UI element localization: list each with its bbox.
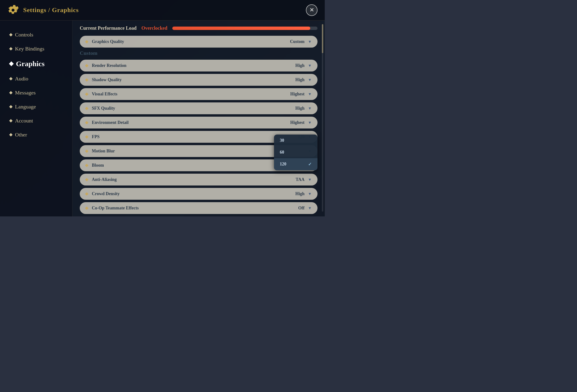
diamond-icon [9,133,13,136]
coop-teammate-effects-row[interactable]: Co-Op Teammate Effects Off ▼ [80,202,318,214]
chevron-down-icon: ▼ [308,121,312,125]
row-diamond-icon [85,106,88,110]
graphics-quality-label: Graphics Quality [92,39,290,44]
crowd-density-row[interactable]: Crowd Density High ▼ [80,188,318,200]
chevron-down-icon: ▼ [308,178,312,182]
settings-modal: Settings / Graphics ✕ Controls Key Bindi… [0,0,325,216]
chevron-down-icon: ▼ [308,206,312,210]
performance-fill [172,27,310,30]
performance-track [172,27,318,30]
anti-aliasing-row[interactable]: Anti-Aliasing TAA ▼ [80,174,318,186]
row-diamond-icon [85,121,88,124]
sidebar-item-key-bindings[interactable]: Key Bindings [0,42,72,56]
environment-detail-label: Environment Detail [92,120,290,125]
anti-aliasing-label: Anti-Aliasing [92,177,295,182]
coop-effects-value: Off [298,205,304,211]
diamond-icon [9,77,13,80]
fps-option-30[interactable]: 30 [274,134,318,146]
render-resolution-row[interactable]: Render Resolution High ▼ [80,60,318,71]
diamond-icon [9,33,13,36]
fps-row[interactable]: FPS 120 ▼ 30 60 120 ✓ [80,131,318,143]
diamond-icon [9,91,13,95]
row-diamond-icon [85,192,88,196]
performance-bar: Current Performance Load Overclocked [80,25,318,31]
sidebar: Controls Key Bindings Graphics Audio Mes… [0,21,72,216]
bloom-label: Bloom [92,163,304,168]
chevron-down-icon: ▼ [308,64,312,68]
scrollbar-thumb[interactable] [322,24,323,53]
row-diamond-icon [85,178,88,181]
fps-option-60[interactable]: 60 [274,146,318,158]
chevron-down-icon: ▼ [308,40,312,44]
diamond-icon [9,119,13,123]
fps-label: FPS [92,134,298,139]
sidebar-item-other[interactable]: Other [0,128,72,142]
fps-dropdown: 30 60 120 ✓ [274,134,318,170]
custom-section-label: Custom [80,50,318,56]
crowd-density-label: Crowd Density [92,191,295,196]
row-diamond-icon [85,206,88,210]
environment-detail-value: Highest [290,120,304,125]
close-button[interactable]: ✕ [306,4,318,16]
sidebar-item-audio[interactable]: Audio [0,72,72,86]
main-content: Current Performance Load Overclocked Gra… [72,21,325,216]
row-diamond-icon [85,149,88,153]
row-diamond-icon [85,40,88,43]
environment-detail-row[interactable]: Environment Detail Highest ▼ [80,117,318,129]
motion-blur-label: Motion Blur [92,149,304,154]
diamond-icon [9,61,14,66]
row-diamond-icon [85,135,88,138]
row-diamond-icon [85,92,88,96]
sfx-quality-label: SFX Quality [92,106,295,111]
visual-effects-value: Highest [290,92,304,97]
shadow-quality-value: High [295,77,304,82]
chevron-down-icon: ▼ [308,78,312,82]
crowd-density-value: High [295,191,304,196]
chevron-down-icon: ▼ [308,192,312,196]
render-resolution-label: Render Resolution [92,63,295,68]
sfx-quality-value: High [295,106,304,111]
chevron-down-icon: ▼ [308,106,312,111]
fps-option-120[interactable]: 120 ✓ [274,158,318,170]
row-diamond-icon [85,64,88,67]
coop-effects-label: Co-Op Teammate Effects [92,205,298,211]
sidebar-item-messages[interactable]: Messages [0,86,72,100]
render-resolution-value: High [295,63,304,68]
graphics-quality-row[interactable]: Graphics Quality Custom ▼ [80,36,318,48]
row-diamond-icon [85,78,88,81]
modal-header: Settings / Graphics ✕ [0,0,325,21]
visual-effects-label: Visual Effects [92,92,290,97]
sidebar-item-graphics[interactable]: Graphics [0,56,72,72]
sfx-quality-row[interactable]: SFX Quality High ▼ [80,102,318,114]
gear-icon [7,4,19,16]
diamond-icon [9,47,13,50]
graphics-quality-value: Custom [290,39,304,44]
sidebar-item-language[interactable]: Language [0,100,72,114]
shadow-quality-row[interactable]: Shadow Quality High ▼ [80,74,318,86]
diamond-icon [9,105,13,108]
modal-body: Controls Key Bindings Graphics Audio Mes… [0,21,325,216]
visual-effects-row[interactable]: Visual Effects Highest ▼ [80,88,318,100]
sidebar-item-account[interactable]: Account [0,114,72,128]
anti-aliasing-value: TAA [295,177,304,182]
check-icon: ✓ [308,162,312,167]
performance-label: Current Performance Load [80,25,137,31]
shadow-quality-label: Shadow Quality [92,77,295,82]
page-title: Settings / Graphics [23,6,79,14]
row-diamond-icon [85,163,88,167]
chevron-down-icon: ▼ [308,92,312,96]
scrollbar-track [322,24,323,212]
performance-status: Overclocked [141,25,167,31]
sidebar-item-controls[interactable]: Controls [0,28,72,42]
